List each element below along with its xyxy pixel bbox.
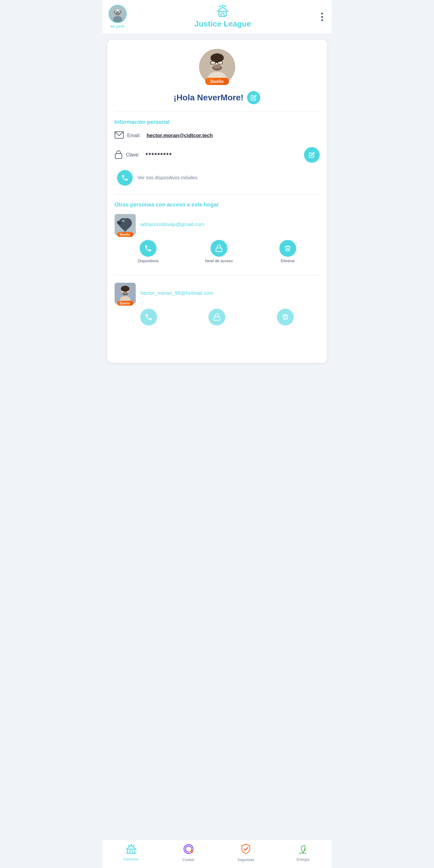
- dispositivos-btn-2[interactable]: [140, 309, 157, 326]
- dot1: [321, 13, 323, 14]
- greeting-row: ¡Hola NeverMore!: [174, 91, 261, 104]
- section-divider-2: [115, 194, 320, 194]
- greeting-text: ¡Hola NeverMore!: [174, 93, 244, 102]
- personal-info-title: Información personal: [115, 119, 320, 125]
- svg-rect-11: [219, 11, 226, 16]
- user-badge-1: Dueño: [117, 232, 133, 237]
- home-icon: [215, 5, 230, 18]
- favoritos-icon: [126, 844, 137, 856]
- action-nivel-1[interactable]: Nivel de acceso: [205, 240, 233, 263]
- nav-seguridad[interactable]: Seguridad: [217, 844, 274, 862]
- action-eliminar-1[interactable]: Eliminar: [279, 240, 296, 263]
- svg-rect-27: [216, 248, 222, 252]
- dispositivos-label-1: Dispositivos: [138, 258, 158, 263]
- svg-point-8: [219, 5, 221, 7]
- app-title: Justice League: [195, 19, 251, 29]
- profile-section: Dueño ¡Hola NeverMore!: [115, 49, 320, 104]
- svg-point-31: [121, 286, 129, 292]
- user-avatar-wrap-1: Dueño: [115, 214, 136, 235]
- personal-info-section: Información personal Email: hector.moran…: [115, 119, 320, 186]
- svg-point-9: [222, 5, 224, 6]
- nav-seguridad-label: Seguridad: [237, 858, 254, 862]
- svg-rect-37: [127, 849, 135, 853]
- svg-point-26: [123, 221, 124, 221]
- user-email-2: hector_moran_96@hotmail.com: [141, 290, 213, 296]
- dot3: [321, 19, 323, 21]
- user-badge-2: Dueño: [117, 301, 133, 306]
- profile-link[interactable]: Mi perfil: [109, 5, 127, 29]
- nav-favoritos[interactable]: Favoritos: [103, 844, 160, 861]
- bottom-nav: Favoritos Confort Seguridad: [103, 840, 332, 868]
- email-value: hector.moran@cidtcor.tech: [147, 133, 213, 138]
- phone-devices-row: Ver mis dispositivos móviles: [117, 170, 320, 186]
- edit-profile-button[interactable]: [247, 91, 260, 104]
- user-item-2: Dueño hector_moran_96@hotmail.com: [115, 283, 320, 330]
- profile-label: Mi perfil: [111, 24, 124, 29]
- password-label: Clave:: [126, 152, 140, 158]
- svg-point-32: [122, 292, 128, 296]
- svg-point-10: [224, 5, 226, 7]
- header: Mi perfil Justice League: [103, 0, 332, 34]
- nivel-btn-2[interactable]: [208, 309, 225, 326]
- more-menu-button[interactable]: [319, 10, 325, 24]
- eliminar-label-1: Eliminar: [281, 258, 295, 263]
- phone-devices-label: Ver mis dispositivos móviles: [138, 175, 198, 181]
- confort-icon: [183, 844, 194, 857]
- nav-confort-label: Confort: [182, 858, 194, 862]
- phone-devices-button[interactable]: [117, 170, 133, 186]
- svg-rect-38: [130, 850, 133, 853]
- svg-rect-23: [115, 154, 122, 158]
- user-row-2: Dueño hector_moran_96@hotmail.com: [115, 283, 320, 304]
- nav-energia-label: Energía: [296, 858, 309, 862]
- action-dispositivos-2[interactable]: [140, 309, 157, 326]
- svg-point-36: [133, 845, 134, 846]
- user-actions-1: Dispositivos Nivel de acceso: [115, 240, 320, 268]
- other-users-title: Otras personas con acceso a este hogar: [115, 202, 320, 208]
- svg-point-7: [115, 12, 120, 15]
- email-row: Email: hector.moran@cidtcor.tech: [115, 131, 320, 140]
- nav-energia[interactable]: Energía: [274, 844, 332, 862]
- eliminar-btn-2[interactable]: [277, 309, 294, 326]
- nivel-label-1: Nivel de acceso: [205, 258, 233, 263]
- svg-rect-33: [214, 317, 220, 320]
- profile-avatar-wrap: Dueño: [199, 49, 235, 85]
- action-eliminar-2[interactable]: [277, 309, 294, 326]
- dispositivos-btn-1[interactable]: [140, 240, 156, 257]
- svg-rect-21: [213, 65, 221, 69]
- svg-point-34: [128, 845, 129, 846]
- eliminar-btn-1[interactable]: [279, 240, 296, 257]
- energia-icon: [298, 844, 309, 856]
- user-row-1: Dueño adriancordovap@gmail.com: [115, 214, 320, 235]
- other-users-section: Otras personas con acceso a este hogar: [115, 202, 320, 330]
- user-item-1: Dueño adriancordovap@gmail.com Dispositi…: [115, 214, 320, 268]
- user-email-1: adriancordovap@gmail.com: [141, 221, 204, 227]
- edit-password-button[interactable]: [304, 147, 320, 163]
- lock-icon: [115, 150, 122, 160]
- email-icon: [115, 131, 124, 140]
- dot2: [321, 16, 323, 18]
- header-avatar: [109, 5, 127, 23]
- header-center: Justice League: [195, 5, 251, 29]
- password-row: Clave: *********: [115, 147, 320, 163]
- user-divider: [115, 275, 320, 276]
- main-card: Dueño ¡Hola NeverMore! Información perso…: [107, 40, 327, 363]
- action-dispositivos-1[interactable]: Dispositivos: [138, 240, 158, 263]
- user-avatar-wrap-2: Dueño: [115, 283, 136, 304]
- seguridad-icon: [241, 844, 251, 857]
- nivel-btn-1[interactable]: [210, 240, 227, 257]
- password-left: Clave: *********: [115, 150, 172, 160]
- section-divider: [115, 112, 320, 112]
- nav-confort[interactable]: Confort: [160, 844, 217, 862]
- user-actions-2: [115, 309, 320, 330]
- email-label: Email:: [127, 133, 141, 138]
- action-nivel-2[interactable]: [208, 309, 225, 326]
- nav-favoritos-label: Favoritos: [124, 857, 139, 861]
- password-value: *********: [146, 152, 172, 158]
- profile-owner-badge: Dueño: [205, 78, 229, 85]
